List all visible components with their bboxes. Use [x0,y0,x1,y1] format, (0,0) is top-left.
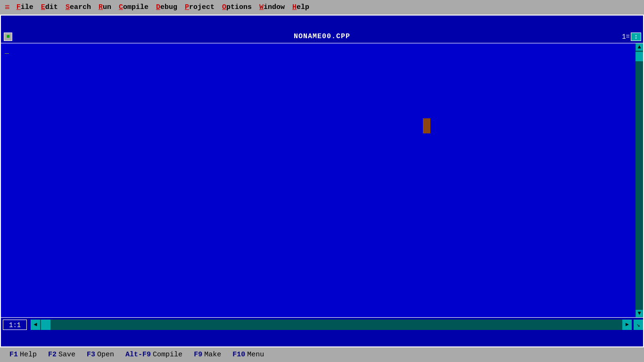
window-titlebar: ■ NONAME00.CPP 1= ↕ [1,30,643,43]
window-number: 1= [622,33,630,41]
scroll-thumb-horizontal[interactable] [41,320,50,330]
fkey-f9[interactable]: F9Make [188,349,227,361]
menu-window[interactable]: Window [256,1,289,13]
menu-project[interactable]: Project [181,1,218,13]
menu-compile[interactable]: Compile [115,1,152,13]
vertical-scrollbar: ▲ ▼ [636,43,643,317]
scroll-track-horizontal[interactable] [40,320,622,330]
scroll-thumb-vertical[interactable] [636,52,643,61]
function-key-bar: F1Help F2Save F3Open Alt-F9Compile F9Mak… [0,347,644,362]
window-title: NONAME00.CPP [294,33,350,41]
mouse-cursor-indicator [423,118,430,133]
text-cursor: _ [5,47,9,55]
fkey-f10[interactable]: F10Menu [227,349,270,361]
status-position: 1:1 [1,318,29,332]
scroll-down-button[interactable]: ▼ [636,310,643,317]
menu-file[interactable]: File [13,1,37,13]
window-close-button[interactable]: ■ [4,33,12,41]
menu-edit[interactable]: Edit [37,1,62,13]
window-expand-button[interactable]: ↕ [631,33,641,41]
menu-run[interactable]: Run [95,1,115,13]
fkey-f3[interactable]: F3Open [81,349,120,361]
editor-window: ■ NONAME00.CPP 1= ↕ _ ▲ ▼ 1:1 ◄ [0,15,644,347]
menu-options[interactable]: Options [218,1,256,13]
menubar: ≡ File Edit Search Run Compile Debug Pro… [0,0,644,15]
fkey-f2[interactable]: F2Save [42,349,81,361]
scroll-track-vertical[interactable] [636,51,643,310]
menu-debug[interactable]: Debug [152,1,181,13]
status-bar: 1:1 ◄ ► ↘ [1,317,643,332]
scroll-up-button[interactable]: ▲ [636,43,643,51]
resize-corner[interactable]: ↘ [634,320,643,330]
editor-content-area[interactable]: _ [1,43,636,317]
scroll-left-button[interactable]: ◄ [31,320,40,330]
fkey-f1[interactable]: F1Help [4,349,42,361]
fkey-altf9[interactable]: Alt-F9Compile [120,349,188,361]
scroll-right-button[interactable]: ► [622,320,632,330]
hamburger-menu[interactable]: ≡ [2,1,13,14]
menu-search[interactable]: Search [62,1,95,13]
menu-help[interactable]: Help [289,1,313,13]
line-column-indicator: 1:1 [3,320,27,330]
horizontal-scrollbar: ◄ ► [29,318,634,332]
